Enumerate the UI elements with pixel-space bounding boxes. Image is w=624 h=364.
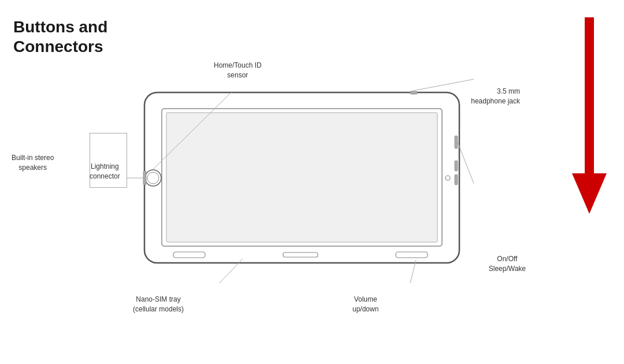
svg-rect-10 bbox=[143, 171, 146, 185]
svg-marker-21 bbox=[572, 173, 607, 214]
svg-rect-2 bbox=[166, 113, 437, 242]
label-on-off: On/OffSleep/Wake bbox=[489, 254, 526, 274]
svg-line-15 bbox=[410, 75, 474, 91]
label-sim-tray: Nano-SIM tray(cellular models) bbox=[133, 295, 184, 314]
ipad-svg bbox=[127, 75, 474, 283]
label-speakers: Built-in stereospeakers bbox=[12, 153, 54, 173]
svg-rect-12 bbox=[455, 161, 458, 171]
svg-rect-20 bbox=[585, 17, 594, 173]
svg-point-4 bbox=[147, 172, 159, 184]
label-lightning-connector: Lightningconnector bbox=[90, 162, 120, 181]
svg-rect-9 bbox=[410, 91, 417, 94]
ipad-illustration bbox=[127, 75, 474, 283]
label-volume: Volumeup/down bbox=[352, 295, 378, 314]
label-headphone-jack: 3.5 mmheadphone jack bbox=[471, 87, 520, 106]
svg-point-5 bbox=[445, 176, 450, 180]
svg-rect-13 bbox=[455, 174, 458, 185]
svg-rect-11 bbox=[455, 136, 458, 148]
red-arrow-indicator bbox=[572, 17, 607, 225]
diagram-container: Home/Touch IDsensor 3.5 mmheadphone jack… bbox=[58, 29, 532, 329]
